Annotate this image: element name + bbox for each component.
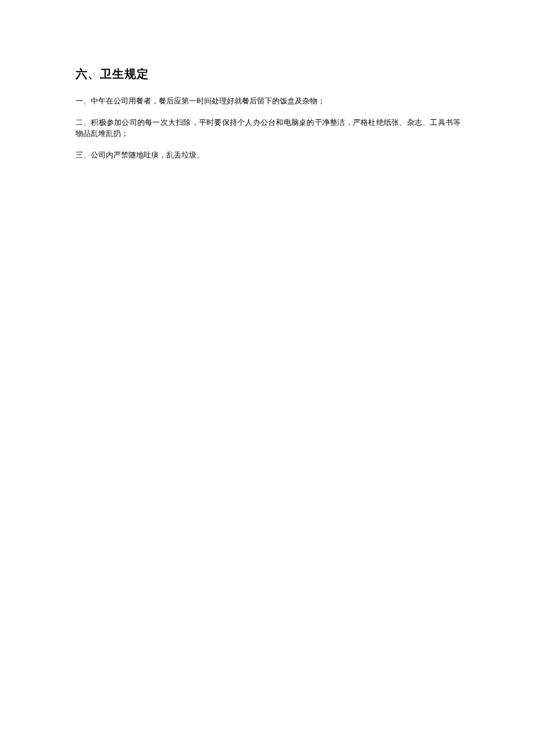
- paragraph-item: 三、公司内严禁随地吐痰，乱丢垃圾。: [76, 150, 461, 161]
- paragraph-item: 二、积极参加公司的每一次大扫除，平时要保持个人办公台和电脑桌的干净整洁，严格杜绝…: [76, 117, 461, 139]
- paragraph-item: 一、中午在公司用餐者，餐后应第一时间处理好就餐后留下的饭盒及杂物；: [76, 96, 461, 107]
- section-heading: 六、卫生规定: [76, 66, 461, 82]
